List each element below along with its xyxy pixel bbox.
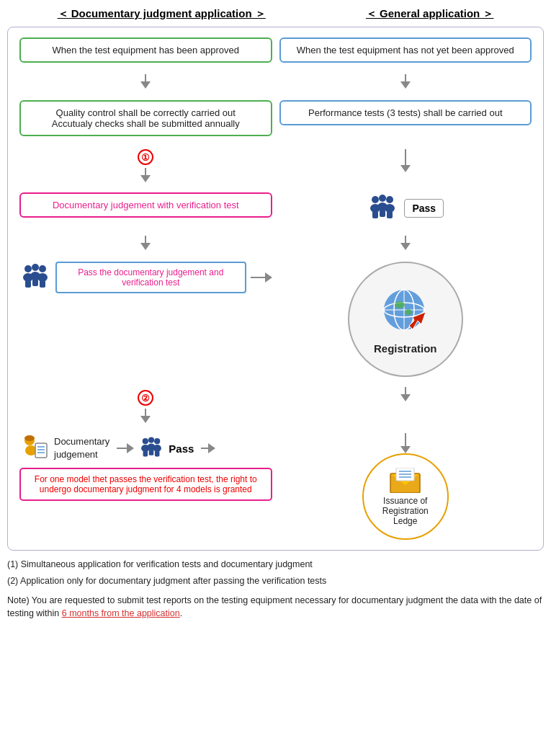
pass-doc-box: Pass the documentary judgement and verif… — [55, 262, 246, 293]
arrows-row1 — [19, 74, 532, 89]
svg-point-0 — [372, 196, 379, 203]
svg-rect-39 — [143, 450, 148, 456]
pass-box-right: Pass — [404, 199, 444, 218]
arrow-doc-to-pass — [117, 443, 134, 453]
right-not-approved: When the test equipment has not yet been… — [279, 37, 532, 63]
arrow-to-issuance — [400, 433, 411, 453]
arrow-down-3 — [140, 168, 151, 182]
pass-doc-col: Pass the documentary judgement and verif… — [19, 262, 272, 293]
arrow-down-6 — [400, 236, 411, 250]
circle1-row: ① — [19, 146, 532, 182]
arrow-down-5 — [140, 236, 151, 250]
svg-point-33 — [143, 438, 148, 444]
not-approved-box: When the test equipment has not yet been… — [279, 37, 532, 63]
arrow-down-2 — [400, 74, 411, 89]
note-main-text: Note) You are requested to submit test r… — [7, 595, 542, 619]
people-icon-right — [367, 192, 398, 224]
arrow-down-8 — [400, 387, 411, 401]
svg-rect-29 — [35, 443, 47, 458]
svg-point-2 — [379, 195, 386, 202]
note1: (1) Simultaneous application for verific… — [7, 558, 544, 572]
registration-label: Registration — [374, 342, 437, 355]
middle-arrows — [19, 236, 532, 250]
svg-point-37 — [154, 438, 160, 444]
circle2-arrows: ② — [19, 387, 532, 423]
svg-point-35 — [148, 437, 154, 443]
circle-1: ① — [138, 149, 153, 165]
svg-point-11 — [32, 264, 39, 271]
note-main: Note) You are requested to submit test r… — [7, 594, 544, 621]
svg-point-24 — [405, 309, 412, 315]
arrow-down-4 — [400, 149, 411, 172]
right-title: ＜ General application ＞ — [366, 7, 494, 21]
svg-point-13 — [39, 265, 46, 272]
arrow-to-registration — [251, 272, 272, 283]
registration-col: Registration — [279, 262, 532, 377]
arrow-down-1 — [140, 74, 151, 89]
notes-section: (1) Simultaneous application for verific… — [7, 558, 544, 621]
quality-line2: Accutualy checks shall be submitted annu… — [52, 118, 240, 129]
circle-2: ② — [138, 390, 153, 406]
registration-circle: Registration — [348, 262, 463, 377]
svg-point-23 — [395, 301, 405, 308]
svg-point-4 — [386, 196, 393, 203]
svg-rect-15 — [25, 280, 31, 288]
pass-doc-inner: Pass the documentary judgement and verif… — [19, 262, 272, 293]
pink-note-text: For one model thet passes the verificati… — [35, 474, 257, 494]
pass-reg-row: Pass the documentary judgement and verif… — [19, 262, 532, 377]
svg-point-9 — [24, 265, 32, 272]
doc-judgement-col: Documentaryjudgement — [19, 433, 272, 501]
issuance-text: Issuance ofRegistrationLedge — [382, 496, 429, 526]
doc-judgement-text: Documentaryjudgement — [54, 436, 109, 460]
envelope-svg — [389, 468, 421, 493]
svg-rect-8 — [387, 211, 393, 218]
people-icon-left — [19, 262, 51, 293]
svg-rect-7 — [380, 210, 385, 217]
second-row: Quality control shall be correctly carri… — [19, 100, 532, 136]
svg-rect-40 — [149, 450, 154, 455]
arrow-pass-to-reg — [201, 443, 215, 453]
globe-svg — [377, 285, 434, 342]
main-diagram: When the test equipment has been approve… — [7, 27, 544, 551]
approved-box: When the test equipment has been approve… — [19, 37, 272, 63]
performance-tests-box: Performance tests (3 tests) shall be car… — [279, 100, 532, 125]
svg-rect-41 — [155, 450, 160, 456]
note2: (2) Application only for documentary jud… — [7, 574, 544, 588]
top-row: When the test equipment has been approve… — [19, 37, 532, 63]
svg-rect-17 — [40, 280, 45, 288]
people-icon-pass — [138, 435, 164, 461]
svg-point-28 — [24, 435, 35, 441]
pass-label-bottom: Pass — [169, 443, 194, 455]
pink-note-box: For one model thet passes the verificati… — [19, 468, 272, 501]
svg-rect-16 — [32, 279, 38, 286]
doc-judgement-row: Documentary judgement with verification … — [19, 192, 532, 224]
left-title: ＜ Documentary judgment application ＞ — [58, 7, 266, 21]
svg-rect-6 — [372, 211, 378, 218]
issuance-col: Issuance ofRegistrationLedge — [279, 433, 532, 540]
issuance-label: Issuance ofRegistrationLedge — [382, 496, 429, 526]
titles-row: ＜ Documentary judgment application ＞ ＜ G… — [7, 7, 544, 21]
arrow-down-7 — [140, 409, 151, 423]
doc-pass-issuance-row: Documentaryjudgement — [19, 433, 532, 540]
quality-control-box: Quality control shall be correctly carri… — [19, 100, 272, 136]
left-approved: When the test equipment has been approve… — [19, 37, 272, 63]
doc-judge-inner: Documentaryjudgement — [19, 433, 215, 463]
issuance-circle: Issuance ofRegistrationLedge — [362, 453, 449, 540]
doc-person-icon — [19, 433, 50, 463]
pass-doc-text: Pass the documentary judgement and verif… — [78, 267, 223, 288]
doc-judgement-label: Documentaryjudgement — [54, 435, 109, 461]
quality-line1: Quality control shall be correctly carri… — [56, 107, 236, 118]
doc-judgement-box: Documentary judgement with verification … — [19, 192, 272, 218]
